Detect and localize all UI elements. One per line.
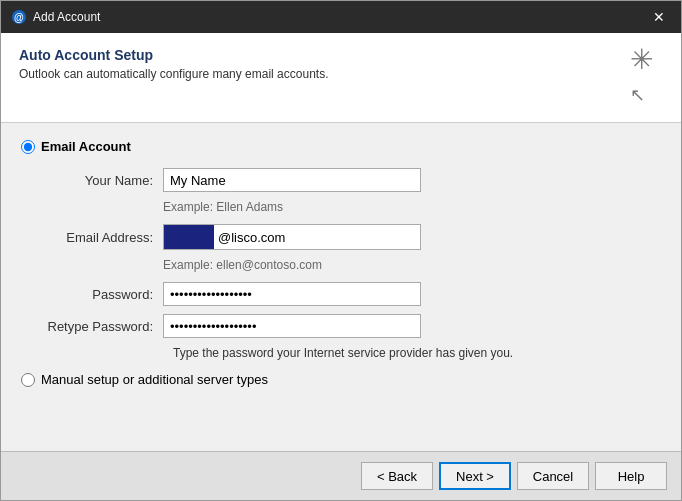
email-input-group — [163, 224, 421, 250]
dialog-footer: < Back Next > Cancel Help — [1, 451, 681, 500]
back-button[interactable]: < Back — [361, 462, 433, 490]
header-subtitle: Outlook can automatically configure many… — [19, 67, 329, 81]
title-bar: @ Add Account ✕ — [1, 1, 681, 33]
password-hint: Type the password your Internet service … — [173, 346, 661, 360]
cancel-button[interactable]: Cancel — [517, 462, 589, 490]
manual-setup-option[interactable]: Manual setup or additional server types — [21, 372, 661, 387]
email-account-option: Email Account Your Name: Example: Ellen … — [21, 139, 661, 387]
your-name-example: Example: Ellen Adams — [163, 200, 283, 214]
close-button[interactable]: ✕ — [647, 8, 671, 26]
help-button[interactable]: Help — [595, 462, 667, 490]
dialog-content: Email Account Your Name: Example: Ellen … — [1, 123, 681, 451]
email-example-row: Example: ellen@contoso.com — [43, 258, 661, 272]
email-form-section: Your Name: Example: Ellen Adams Email Ad… — [43, 168, 661, 360]
your-name-example-row: Example: Ellen Adams — [43, 200, 661, 214]
cursor-graphic: ✳↖ — [630, 43, 653, 108]
password-row: Password: — [43, 282, 661, 306]
password-label: Password: — [43, 287, 163, 302]
next-button[interactable]: Next > — [439, 462, 511, 490]
retype-password-row: Retype Password: — [43, 314, 661, 338]
app-icon: @ — [11, 9, 27, 25]
your-name-row: Your Name: — [43, 168, 661, 192]
your-name-label: Your Name: — [43, 173, 163, 188]
retype-password-label: Retype Password: — [43, 319, 163, 334]
email-prefix — [164, 225, 214, 249]
email-address-label: Email Address: — [43, 230, 163, 245]
add-account-dialog: @ Add Account ✕ Auto Account Setup Outlo… — [0, 0, 682, 501]
email-suffix-input[interactable] — [214, 226, 420, 248]
manual-setup-radio[interactable] — [21, 373, 35, 387]
dialog-title: Add Account — [33, 10, 100, 24]
password-input[interactable] — [163, 282, 421, 306]
retype-password-input[interactable] — [163, 314, 421, 338]
your-name-input[interactable] — [163, 168, 421, 192]
header-section: Auto Account Setup Outlook can automatic… — [1, 33, 681, 123]
email-account-radio[interactable] — [21, 140, 35, 154]
header-title: Auto Account Setup — [19, 47, 329, 63]
title-bar-left: @ Add Account — [11, 9, 100, 25]
email-account-label[interactable]: Email Account — [21, 139, 661, 154]
email-address-row: Email Address: — [43, 224, 661, 250]
email-example: Example: ellen@contoso.com — [163, 258, 322, 272]
svg-text:@: @ — [14, 12, 24, 23]
